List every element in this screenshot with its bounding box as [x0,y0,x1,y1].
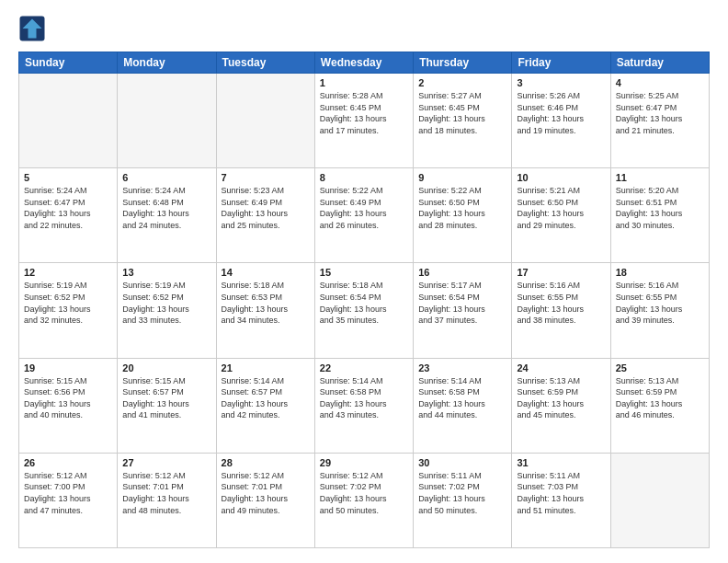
day-number: 16 [418,267,506,278]
day-info: Sunrise: 5:16 AM Sunset: 6:55 PM Dayligh… [616,280,704,326]
calendar-cell: 19Sunrise: 5:15 AM Sunset: 6:56 PM Dayli… [19,358,118,453]
day-info: Sunrise: 5:14 AM Sunset: 6:57 PM Dayligh… [222,375,310,421]
day-number: 13 [122,267,210,278]
day-number: 4 [616,77,704,88]
day-info: Sunrise: 5:25 AM Sunset: 6:47 PM Dayligh… [616,90,704,136]
day-info: Sunrise: 5:21 AM Sunset: 6:50 PM Dayligh… [517,185,605,231]
day-number: 23 [418,362,506,373]
calendar-cell: 24Sunrise: 5:13 AM Sunset: 6:59 PM Dayli… [512,358,610,453]
calendar-week-0: 1Sunrise: 5:28 AM Sunset: 6:45 PM Daylig… [19,74,710,168]
day-number: 8 [320,172,408,183]
day-info: Sunrise: 5:14 AM Sunset: 6:58 PM Dayligh… [418,375,506,421]
page: SundayMondayTuesdayWednesdayThursdayFrid… [0,0,728,563]
day-number: 21 [222,362,310,373]
calendar-cell: 18Sunrise: 5:16 AM Sunset: 6:55 PM Dayli… [610,263,709,358]
day-number: 12 [24,267,112,278]
logo-icon [18,15,46,42]
calendar-header-saturday: Saturday [610,52,709,74]
day-number: 30 [418,457,506,468]
day-info: Sunrise: 5:18 AM Sunset: 6:54 PM Dayligh… [320,280,408,326]
calendar-cell: 10Sunrise: 5:21 AM Sunset: 6:50 PM Dayli… [512,168,610,263]
calendar-cell: 29Sunrise: 5:12 AM Sunset: 7:02 PM Dayli… [314,453,413,547]
calendar-header-thursday: Thursday [414,52,512,74]
calendar-cell: 22Sunrise: 5:14 AM Sunset: 6:58 PM Dayli… [314,358,413,453]
day-number: 6 [122,172,210,183]
day-info: Sunrise: 5:26 AM Sunset: 6:46 PM Dayligh… [517,90,605,136]
day-info: Sunrise: 5:19 AM Sunset: 6:52 PM Dayligh… [122,280,210,326]
day-number: 19 [24,362,112,373]
calendar-cell: 5Sunrise: 5:24 AM Sunset: 6:47 PM Daylig… [19,168,118,263]
day-info: Sunrise: 5:13 AM Sunset: 6:59 PM Dayligh… [616,375,704,421]
day-info: Sunrise: 5:27 AM Sunset: 6:45 PM Dayligh… [418,90,506,136]
day-number: 7 [222,172,310,183]
day-info: Sunrise: 5:15 AM Sunset: 6:56 PM Dayligh… [24,375,112,421]
day-info: Sunrise: 5:19 AM Sunset: 6:52 PM Dayligh… [24,280,112,326]
calendar-cell: 25Sunrise: 5:13 AM Sunset: 6:59 PM Dayli… [610,358,709,453]
day-number: 18 [616,267,704,278]
calendar-table: SundayMondayTuesdayWednesdayThursdayFrid… [18,52,710,548]
calendar-cell: 6Sunrise: 5:24 AM Sunset: 6:48 PM Daylig… [118,168,216,263]
day-number: 9 [418,172,506,183]
calendar-cell: 4Sunrise: 5:25 AM Sunset: 6:47 PM Daylig… [610,74,709,168]
calendar-cell: 31Sunrise: 5:11 AM Sunset: 7:03 PM Dayli… [512,453,610,547]
calendar-header-monday: Monday [118,52,216,74]
day-number: 24 [517,362,605,373]
day-number: 2 [418,77,506,88]
calendar-cell: 14Sunrise: 5:18 AM Sunset: 6:53 PM Dayli… [216,263,314,358]
day-number: 27 [122,457,210,468]
day-number: 3 [517,77,605,88]
calendar-cell: 26Sunrise: 5:12 AM Sunset: 7:00 PM Dayli… [19,453,118,547]
calendar-week-2: 12Sunrise: 5:19 AM Sunset: 6:52 PM Dayli… [19,263,710,358]
day-info: Sunrise: 5:12 AM Sunset: 7:01 PM Dayligh… [222,470,310,516]
calendar-cell: 16Sunrise: 5:17 AM Sunset: 6:54 PM Dayli… [414,263,512,358]
day-info: Sunrise: 5:15 AM Sunset: 6:57 PM Dayligh… [122,375,210,421]
calendar-cell: 28Sunrise: 5:12 AM Sunset: 7:01 PM Dayli… [216,453,314,547]
calendar-cell: 13Sunrise: 5:19 AM Sunset: 6:52 PM Dayli… [118,263,216,358]
day-info: Sunrise: 5:16 AM Sunset: 6:55 PM Dayligh… [517,280,605,326]
day-info: Sunrise: 5:28 AM Sunset: 6:45 PM Dayligh… [320,90,408,136]
calendar-cell: 3Sunrise: 5:26 AM Sunset: 6:46 PM Daylig… [512,74,610,168]
calendar-cell: 20Sunrise: 5:15 AM Sunset: 6:57 PM Dayli… [118,358,216,453]
calendar-header-tuesday: Tuesday [216,52,314,74]
calendar-week-4: 26Sunrise: 5:12 AM Sunset: 7:00 PM Dayli… [19,453,710,547]
calendar-cell: 27Sunrise: 5:12 AM Sunset: 7:01 PM Dayli… [118,453,216,547]
day-number: 31 [517,457,605,468]
day-number: 11 [616,172,704,183]
day-info: Sunrise: 5:12 AM Sunset: 7:02 PM Dayligh… [320,470,408,516]
day-info: Sunrise: 5:11 AM Sunset: 7:02 PM Dayligh… [418,470,506,516]
day-number: 22 [320,362,408,373]
calendar-header-sunday: Sunday [19,52,118,74]
day-number: 28 [222,457,310,468]
day-info: Sunrise: 5:17 AM Sunset: 6:54 PM Dayligh… [418,280,506,326]
calendar-cell [118,74,216,168]
day-number: 25 [616,362,704,373]
header [18,15,710,42]
day-number: 15 [320,267,408,278]
day-info: Sunrise: 5:14 AM Sunset: 6:58 PM Dayligh… [320,375,408,421]
calendar-cell: 8Sunrise: 5:22 AM Sunset: 6:49 PM Daylig… [314,168,413,263]
day-info: Sunrise: 5:24 AM Sunset: 6:47 PM Dayligh… [24,185,112,231]
calendar-cell: 1Sunrise: 5:28 AM Sunset: 6:45 PM Daylig… [314,74,413,168]
day-info: Sunrise: 5:11 AM Sunset: 7:03 PM Dayligh… [517,470,605,516]
calendar-cell: 9Sunrise: 5:22 AM Sunset: 6:50 PM Daylig… [414,168,512,263]
calendar-cell: 11Sunrise: 5:20 AM Sunset: 6:51 PM Dayli… [610,168,709,263]
calendar-week-1: 5Sunrise: 5:24 AM Sunset: 6:47 PM Daylig… [19,168,710,263]
day-number: 5 [24,172,112,183]
day-number: 14 [222,267,310,278]
calendar-cell [610,453,709,547]
day-info: Sunrise: 5:20 AM Sunset: 6:51 PM Dayligh… [616,185,704,231]
day-info: Sunrise: 5:22 AM Sunset: 6:50 PM Dayligh… [418,185,506,231]
day-number: 26 [24,457,112,468]
day-number: 29 [320,457,408,468]
day-info: Sunrise: 5:13 AM Sunset: 6:59 PM Dayligh… [517,375,605,421]
calendar-cell [216,74,314,168]
day-info: Sunrise: 5:22 AM Sunset: 6:49 PM Dayligh… [320,185,408,231]
calendar-cell: 12Sunrise: 5:19 AM Sunset: 6:52 PM Dayli… [19,263,118,358]
calendar-header-row: SundayMondayTuesdayWednesdayThursdayFrid… [19,52,710,74]
day-info: Sunrise: 5:12 AM Sunset: 7:01 PM Dayligh… [122,470,210,516]
day-number: 20 [122,362,210,373]
day-info: Sunrise: 5:24 AM Sunset: 6:48 PM Dayligh… [122,185,210,231]
logo [18,15,50,42]
calendar-cell: 17Sunrise: 5:16 AM Sunset: 6:55 PM Dayli… [512,263,610,358]
calendar-cell: 21Sunrise: 5:14 AM Sunset: 6:57 PM Dayli… [216,358,314,453]
